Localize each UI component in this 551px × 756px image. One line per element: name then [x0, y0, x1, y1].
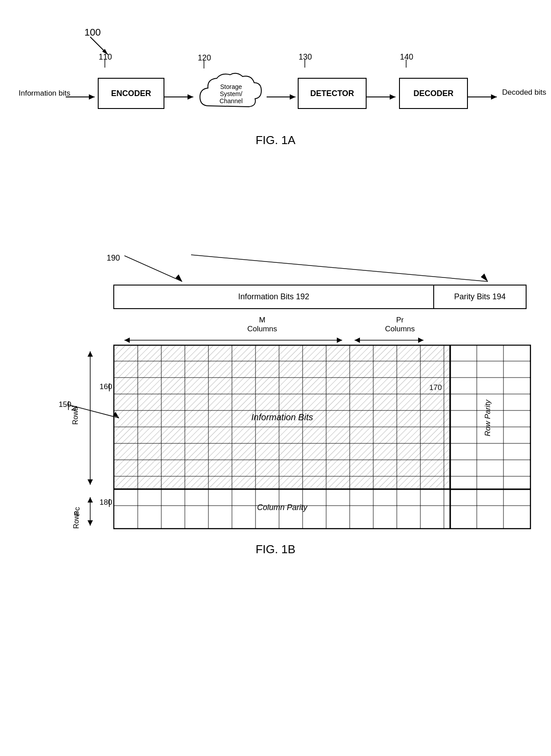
- encoder-bracket-icon: [104, 60, 109, 68]
- encoder-id-label: 110: [99, 52, 112, 62]
- svg-text:System/: System/: [220, 90, 243, 97]
- svg-text:Column Parity: Column Parity: [257, 503, 307, 512]
- svg-marker-36: [88, 479, 93, 485]
- n-rows-sub-label: Rows: [72, 407, 80, 425]
- svg-text:Information Bits: Information Bits: [252, 412, 313, 422]
- detector-bracket-icon: [304, 60, 309, 68]
- page: 100 Information bits 110 ENCODER 120: [0, 0, 551, 756]
- arrow-encoder-to-storage-icon: [164, 92, 200, 101]
- detector-box: DETECTOR: [298, 78, 367, 109]
- pc-rows-sub-label: Rows: [72, 511, 80, 529]
- svg-text:Row Parity: Row Parity: [483, 399, 492, 436]
- svg-marker-15: [390, 94, 395, 100]
- svg-line-19: [124, 256, 182, 281]
- arrow-to-decoded-icon: [468, 92, 503, 101]
- encoder-box: ENCODER: [98, 78, 164, 109]
- info-bits-input-label: Information bits: [19, 88, 70, 99]
- header-info-bits: Information Bits 192: [114, 286, 434, 308]
- svg-marker-28: [418, 338, 423, 343]
- svg-marker-25: [337, 338, 342, 343]
- fig1a-caption: FIG. 1A: [0, 133, 551, 147]
- svg-text:Channel: Channel: [220, 97, 243, 105]
- svg-marker-39: [88, 520, 93, 526]
- storage-bracket-icon: [203, 60, 208, 69]
- n-rows-arrow-icon: [84, 347, 97, 494]
- label-180-bracket-icon: [108, 499, 111, 508]
- header-row: Information Bits 192 Parity Bits 194: [113, 285, 527, 309]
- svg-marker-20: [176, 274, 182, 281]
- label-180: 180: [100, 498, 112, 507]
- arrow-detector-to-decoder-icon: [367, 92, 402, 101]
- fig1b-caption: FIG. 1B: [0, 543, 551, 556]
- svg-text:Storage: Storage: [220, 83, 242, 90]
- arrow-190-left-icon: [111, 251, 200, 287]
- fig1a-label: 100: [84, 27, 101, 38]
- svg-marker-12: [290, 94, 295, 100]
- svg-marker-27: [355, 338, 360, 343]
- arrow-storage-to-detector-icon: [267, 92, 302, 101]
- label-160: 160: [100, 382, 112, 391]
- svg-marker-22: [481, 273, 488, 281]
- svg-marker-24: [124, 338, 130, 343]
- svg-line-21: [191, 255, 488, 281]
- header-parity-bits: Parity Bits 194: [434, 286, 526, 308]
- svg-marker-18: [491, 94, 497, 100]
- decoder-id-label: 140: [400, 52, 413, 62]
- pr-columns-label: Pr Columns: [364, 316, 435, 334]
- cloud-shape-icon: Storage System/ Channel: [196, 70, 267, 119]
- decoder-bracket-icon: [405, 60, 411, 68]
- label-160-bracket-icon: [108, 383, 111, 392]
- arrow-to-encoder-icon: [66, 92, 101, 101]
- svg-marker-3: [89, 94, 95, 100]
- svg-marker-35: [88, 351, 93, 357]
- svg-marker-6: [188, 94, 193, 100]
- m-columns-label: M Columns: [151, 316, 373, 334]
- svg-marker-38: [88, 497, 93, 503]
- storage-id-label: 120: [198, 53, 211, 63]
- decoder-box: DECODER: [399, 78, 468, 109]
- detector-id-label: 130: [299, 52, 312, 62]
- arrow-190-right-icon: [191, 251, 502, 287]
- decoded-bits-label: Decoded bits: [502, 87, 546, 98]
- matrix-grid: Information Bits Row Parity Column Parit…: [113, 345, 531, 529]
- pc-rows-arrow-icon: [84, 494, 97, 529]
